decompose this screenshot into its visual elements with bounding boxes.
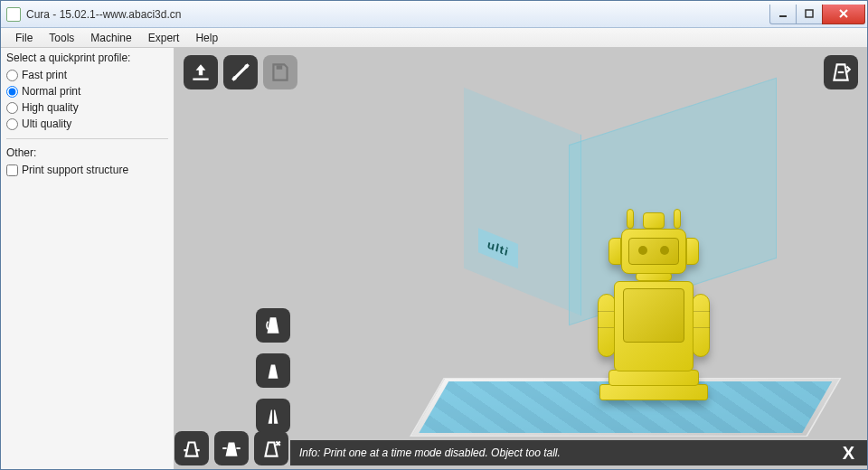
- slice-settings-icon: [229, 61, 252, 84]
- window-buttons: [770, 5, 865, 24]
- robot-base-upper: [609, 370, 699, 386]
- multiply-icon: [259, 437, 283, 460]
- toolbar-bottom-row: [175, 431, 288, 465]
- rotate-button[interactable]: [256, 308, 290, 343]
- robot-eye-right: [660, 246, 669, 255]
- robot-arm-right: [692, 294, 710, 357]
- multiply-button[interactable]: [254, 431, 288, 465]
- slice-settings-button[interactable]: [223, 55, 258, 89]
- other-heading: Other:: [6, 146, 168, 159]
- robot-chest: [623, 288, 684, 343]
- info-close-button[interactable]: X: [839, 443, 858, 464]
- sidebar: Select a quickprint profile: Fast print …: [1, 48, 175, 469]
- profile-high-label: High quality: [22, 101, 79, 114]
- menu-tools[interactable]: Tools: [42, 30, 81, 46]
- minimize-button[interactable]: [769, 5, 797, 24]
- toolbar-left-stack: [256, 308, 290, 433]
- svg-point-5: [244, 64, 248, 68]
- load-model-icon: [189, 61, 212, 84]
- menu-help[interactable]: Help: [188, 30, 225, 46]
- viewport-3d[interactable]: ulti: [175, 48, 867, 469]
- profile-normal[interactable]: Normal print: [6, 84, 168, 99]
- robot-base: [599, 384, 708, 400]
- save-icon: [269, 61, 292, 84]
- info-message: Info: Print one at a time mode disabled.…: [299, 446, 839, 459]
- app-body: Select a quickprint profile: Fast print …: [1, 48, 867, 469]
- toolbar-top-right: [824, 55, 858, 89]
- view-mode-icon: [829, 61, 853, 84]
- layflat-button[interactable]: [175, 431, 209, 465]
- close-icon: [837, 7, 850, 20]
- maximize-button[interactable]: [796, 5, 823, 24]
- profile-fast-label: Fast print: [22, 69, 67, 81]
- profile-high-radio[interactable]: [6, 102, 18, 114]
- app-icon: [6, 7, 21, 22]
- mirror-icon: [261, 404, 285, 428]
- support-checkbox[interactable]: [6, 164, 18, 176]
- menu-file[interactable]: File: [8, 30, 40, 46]
- profile-normal-label: Normal print: [22, 85, 80, 98]
- robot-arm-left: [598, 294, 616, 357]
- profile-normal-radio[interactable]: [6, 86, 18, 98]
- robot-ear-left: [609, 238, 621, 265]
- menu-machine[interactable]: Machine: [83, 30, 138, 46]
- profile-ulti-radio[interactable]: [6, 118, 18, 130]
- layflat-icon: [180, 437, 203, 460]
- svg-rect-1: [806, 10, 813, 17]
- mirror-button[interactable]: [256, 399, 290, 433]
- model-robot[interactable]: [581, 156, 735, 400]
- scene[interactable]: ulti: [410, 129, 807, 437]
- robot-face: [628, 238, 679, 265]
- profile-fast[interactable]: Fast print: [6, 68, 168, 82]
- svg-point-4: [232, 76, 236, 80]
- svg-rect-6: [277, 65, 283, 69]
- profile-high[interactable]: High quality: [6, 100, 168, 115]
- sidebar-separator: [6, 138, 168, 139]
- menubar: File Tools Machine Expert Help: [1, 28, 867, 48]
- menu-expert[interactable]: Expert: [141, 30, 187, 46]
- titlebar[interactable]: Cura - 15.02.1--www.abaci3d.cn: [1, 1, 867, 28]
- support-structure[interactable]: Print support structure: [6, 163, 168, 177]
- profile-ulti-label: Ulti quality: [22, 118, 71, 130]
- robot-eye-left: [638, 246, 647, 255]
- robot-antenna-right: [674, 209, 681, 229]
- build-volume-wall-left: [464, 88, 581, 316]
- profile-heading: Select a quickprint profile:: [6, 52, 168, 64]
- view-mode-button[interactable]: [824, 55, 858, 89]
- robot-antenna-left: [627, 209, 634, 229]
- robot-ear-right: [686, 238, 699, 265]
- support-label: Print support structure: [22, 164, 128, 176]
- profile-fast-radio[interactable]: [6, 70, 18, 81]
- profile-ulti[interactable]: Ulti quality: [6, 117, 168, 131]
- minimize-icon: [778, 8, 788, 19]
- info-bar: Info: Print one at a time mode disabled.…: [290, 440, 867, 465]
- reset-transform-button[interactable]: [214, 431, 249, 465]
- toolbar-top-left: [184, 55, 297, 89]
- robot-antenna-box: [643, 212, 665, 229]
- scale-icon: [261, 359, 285, 382]
- reset-transform-icon: [220, 437, 243, 460]
- save-button: [263, 55, 297, 89]
- window-title: Cura - 15.02.1--www.abaci3d.cn: [26, 8, 770, 21]
- scale-button[interactable]: [256, 353, 290, 388]
- rotate-icon: [261, 314, 285, 337]
- load-model-button[interactable]: [184, 55, 218, 89]
- close-button[interactable]: [822, 5, 865, 24]
- maximize-icon: [804, 8, 815, 19]
- app-window: Cura - 15.02.1--www.abaci3d.cn File Tool…: [0, 0, 868, 470]
